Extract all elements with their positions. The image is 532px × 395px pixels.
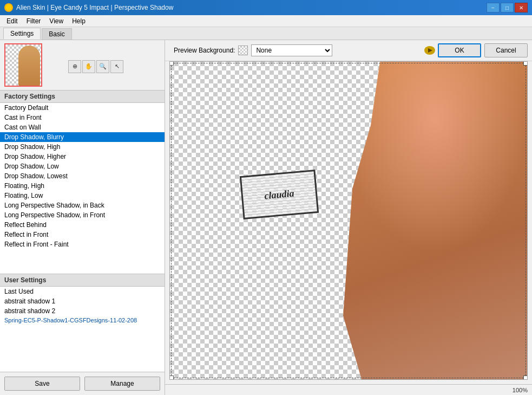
list-item-selected[interactable]: Drop Shadow, Blurry [0, 132, 165, 142]
pan-icon[interactable]: ✋ [82, 60, 95, 73]
menu-help[interactable]: Help [68, 16, 90, 26]
list-item[interactable]: Drop Shadow, Higher [0, 152, 165, 161]
left-top-bar: ⊕ ✋ 🔍 ↖ [0, 40, 165, 90]
list-item[interactable]: Drop Shadow, Low [0, 161, 165, 171]
list-item[interactable]: Factory Default [0, 103, 165, 113]
list-item[interactable]: abstrait shadow 2 [0, 306, 165, 316]
menu-filter[interactable]: Filter [22, 16, 45, 26]
list-item[interactable]: Cast on Wall [0, 122, 165, 132]
handle-top-left[interactable] [169, 61, 174, 66]
user-settings-list[interactable]: Last Used abstrait shadow 1 abstrait sha… [0, 287, 165, 372]
list-item[interactable]: Last Used [0, 287, 165, 296]
list-item[interactable]: Drop Shadow, High [0, 142, 165, 152]
tab-settings[interactable]: Settings [3, 28, 41, 40]
preview-toolbar: ⊕ ✋ 🔍 ↖ [68, 57, 123, 73]
factory-settings-list[interactable]: Factory Default Cast in Front Cast on Wa… [0, 103, 165, 274]
save-button[interactable]: Save [4, 377, 80, 391]
presets-container: Factory Settings Factory Default Cast in… [0, 90, 165, 372]
maximize-button[interactable]: □ [501, 3, 514, 12]
factory-section: Factory Settings Factory Default Cast in… [0, 90, 165, 274]
list-item[interactable]: Floating, Low [0, 191, 165, 200]
person-figure [343, 62, 527, 379]
user-settings-header: User Settings [0, 274, 165, 287]
canvas-area: claudia [169, 61, 528, 380]
tab-basic[interactable]: Basic [42, 28, 71, 40]
list-item[interactable]: Long Perspective Shadow, in Front [0, 210, 165, 220]
title-bar: Alien Skin | Eye Candy 5 Impact | Perspe… [0, 0, 532, 15]
app-icon [4, 3, 13, 12]
user-section: User Settings Last Used abstrait shadow … [0, 274, 165, 372]
ok-arrow-icon [424, 46, 436, 55]
preview-bg-select[interactable]: None White Black Custom [251, 44, 332, 56]
close-button[interactable]: ✕ [515, 3, 528, 12]
left-panel: ⊕ ✋ 🔍 ↖ Factory Settings Factory Default… [0, 40, 165, 395]
thumbnail-figure [18, 46, 40, 87]
menu-view[interactable]: View [45, 16, 68, 26]
title-text: Alien Skin | Eye Candy 5 Impact | Perspe… [16, 4, 173, 11]
preview-bg-area: Preview Background: None White Black Cus… [174, 44, 332, 56]
right-panel: Preview Background: None White Black Cus… [165, 40, 532, 395]
bottom-buttons: Save Manage [0, 372, 165, 395]
main-content: ⊕ ✋ 🔍 ↖ Factory Settings Factory Default… [0, 40, 532, 395]
ok-cancel-buttons: OK Cancel [424, 43, 528, 57]
list-item[interactable]: abstrait shadow 1 [0, 296, 165, 306]
list-item[interactable]: Reflect in Front [0, 230, 165, 239]
list-item[interactable]: Reflect in Front - Faint [0, 239, 165, 249]
handle-bottom-left[interactable] [169, 375, 174, 380]
cancel-button[interactable]: Cancel [484, 43, 528, 57]
stamp-lines [241, 171, 317, 217]
zoom-icon[interactable]: 🔍 [96, 60, 109, 73]
thumbnail-preview [4, 43, 42, 87]
ok-button[interactable]: OK [438, 43, 481, 57]
list-item[interactable]: Floating, High [0, 181, 165, 191]
minimize-button[interactable]: − [487, 3, 500, 12]
menu-edit[interactable]: Edit [2, 16, 22, 26]
menu-bar: Edit Filter View Help [0, 15, 532, 27]
window-controls: − □ ✕ [487, 3, 528, 12]
zoom-fit-icon[interactable]: ⊕ [68, 60, 81, 73]
tabs-bar: Settings Basic [0, 27, 532, 40]
list-item[interactable]: Drop Shadow, Lowest [0, 171, 165, 181]
zoom-level: 100% [513, 387, 528, 393]
list-item[interactable]: Spring-EC5-P-Shadow1-CGSFDesigns-11-02-2… [0, 316, 165, 325]
thumbnail-bg [5, 44, 41, 86]
color-swatch [238, 46, 248, 55]
factory-settings-header: Factory Settings [0, 90, 165, 103]
list-item[interactable]: Reflect Behind [0, 220, 165, 230]
list-item[interactable]: Long Perspective Shadow, in Back [0, 200, 165, 210]
select-icon[interactable]: ↖ [110, 60, 123, 73]
preview-bg-label: Preview Background: [174, 47, 235, 54]
manage-button[interactable]: Manage [84, 377, 160, 391]
stamp-overlay: claudia [240, 170, 319, 219]
status-bar: 100% [165, 384, 532, 395]
list-item[interactable]: Cast in Front [0, 113, 165, 122]
